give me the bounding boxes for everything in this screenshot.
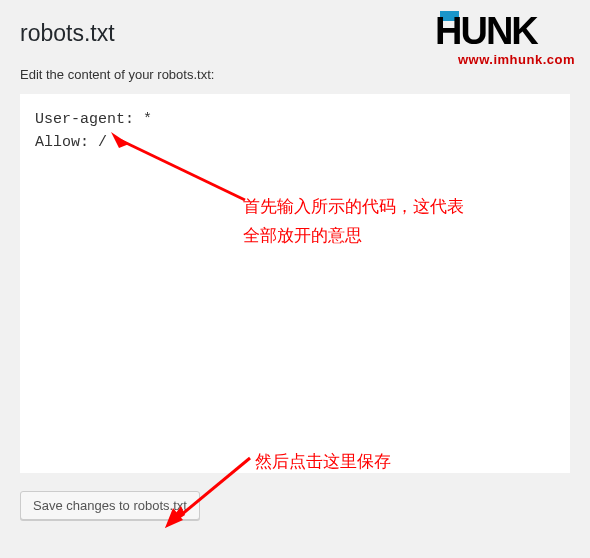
edit-instruction-label: Edit the content of your robots.txt: [20, 67, 570, 82]
save-button[interactable]: Save changes to robots.txt [20, 491, 200, 520]
hunk-logo-svg: HUNK [435, 8, 575, 48]
brand-logo: HUNK www.imhunk.com [435, 8, 575, 67]
robots-textarea[interactable] [30, 104, 560, 459]
brand-url: www.imhunk.com [435, 52, 575, 67]
svg-text:HUNK: HUNK [435, 10, 539, 48]
editor-container [20, 94, 570, 473]
